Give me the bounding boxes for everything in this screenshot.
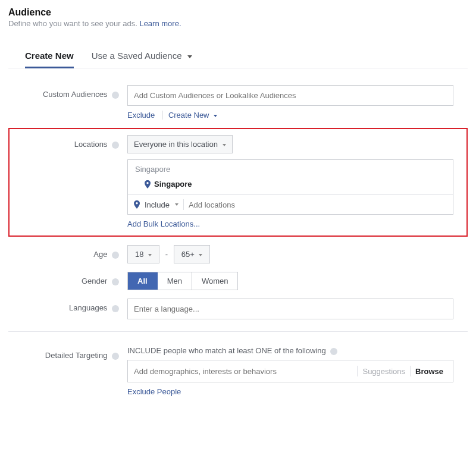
browse-button[interactable]: Browse [412, 367, 447, 376]
gender-men-button[interactable]: Men [158, 272, 192, 290]
chevron-down-icon [199, 254, 202, 256]
age-range-separator: - [165, 250, 168, 259]
chevron-down-icon [148, 254, 152, 256]
info-icon[interactable] [112, 142, 119, 149]
location-item-singapore[interactable]: Singapore [128, 176, 453, 194]
languages-label: Languages [8, 299, 127, 312]
chevron-down-icon [187, 55, 192, 58]
page-header: Audience Define who you want to see your… [8, 7, 468, 28]
map-pin-icon [134, 200, 140, 209]
info-icon[interactable] [112, 278, 119, 285]
info-icon[interactable] [112, 252, 119, 259]
info-icon[interactable] [112, 353, 119, 360]
page-subtitle: Define who you want to see your ads. Lea… [8, 19, 468, 28]
svg-point-0 [146, 182, 148, 184]
exclude-people-link[interactable]: Exclude People [127, 387, 181, 396]
location-scope-dropdown[interactable]: Everyone in this location [127, 135, 233, 153]
map-pin-icon [145, 180, 151, 189]
info-icon[interactable] [330, 348, 337, 355]
location-group-heading: Singapore [128, 160, 453, 176]
suggestions-button[interactable]: Suggestions [359, 367, 409, 376]
custom-audiences-label: Custom Audiences [8, 85, 127, 99]
location-input-row: Include [128, 194, 453, 214]
age-row: Age 18 - 65+ [8, 245, 468, 263]
languages-input[interactable] [127, 299, 453, 319]
info-icon[interactable] [112, 305, 119, 312]
age-max-dropdown[interactable]: 65+ [174, 245, 211, 263]
locations-highlight-box: Locations Everyone in this location Sing… [8, 128, 468, 237]
chevron-down-icon [214, 115, 217, 117]
gender-row: Gender All Men Women [8, 272, 468, 290]
audience-form: Custom Audiences Exclude Create New Loca… [8, 68, 468, 396]
age-min-dropdown[interactable]: 18 [127, 245, 159, 263]
detailed-targeting-caption: INCLUDE people who match at least ONE of… [127, 346, 468, 355]
detailed-targeting-label: Detailed Targeting [8, 346, 127, 360]
detailed-targeting-input-box: Suggestions Browse [127, 360, 453, 382]
divider [183, 199, 184, 210]
info-icon[interactable] [112, 92, 119, 99]
locations-label: Locations [15, 135, 127, 149]
detailed-targeting-row: Detailed Targeting INCLUDE people who ma… [8, 346, 468, 396]
create-new-custom-audience-link[interactable]: Create New [162, 111, 217, 120]
svg-point-1 [136, 202, 137, 204]
detailed-targeting-input[interactable] [134, 367, 356, 376]
gender-label: Gender [8, 272, 127, 285]
tab-create-new[interactable]: Create New [25, 45, 74, 68]
age-label: Age [8, 245, 127, 259]
divider [410, 366, 411, 376]
gender-button-group: All Men Women [127, 272, 238, 290]
languages-row: Languages [8, 299, 468, 319]
chevron-down-icon [175, 203, 178, 206]
gender-women-button[interactable]: Women [192, 272, 238, 290]
learn-more-link[interactable]: Learn more. [139, 19, 181, 28]
include-exclude-dropdown[interactable]: Include [145, 200, 178, 209]
tab-use-saved-label: Use a Saved Audience [92, 51, 182, 61]
page-subtitle-text: Define who you want to see your ads. [8, 19, 139, 28]
custom-audiences-row: Custom Audiences Exclude Create New [8, 85, 468, 120]
add-locations-input[interactable] [189, 200, 447, 209]
audience-tabs: Create New Use a Saved Audience [8, 45, 468, 68]
page-title: Audience [8, 7, 468, 18]
divider [357, 366, 358, 376]
locations-panel: Singapore Singapore Include [127, 159, 453, 215]
section-divider [8, 331, 468, 332]
exclude-custom-audiences-link[interactable]: Exclude [127, 111, 155, 120]
tab-use-saved[interactable]: Use a Saved Audience [92, 45, 192, 68]
custom-audiences-input[interactable] [127, 85, 453, 106]
chevron-down-icon [223, 144, 226, 146]
location-item-label: Singapore [154, 180, 192, 189]
add-bulk-locations-link[interactable]: Add Bulk Locations... [127, 219, 200, 228]
gender-all-button[interactable]: All [128, 272, 158, 290]
